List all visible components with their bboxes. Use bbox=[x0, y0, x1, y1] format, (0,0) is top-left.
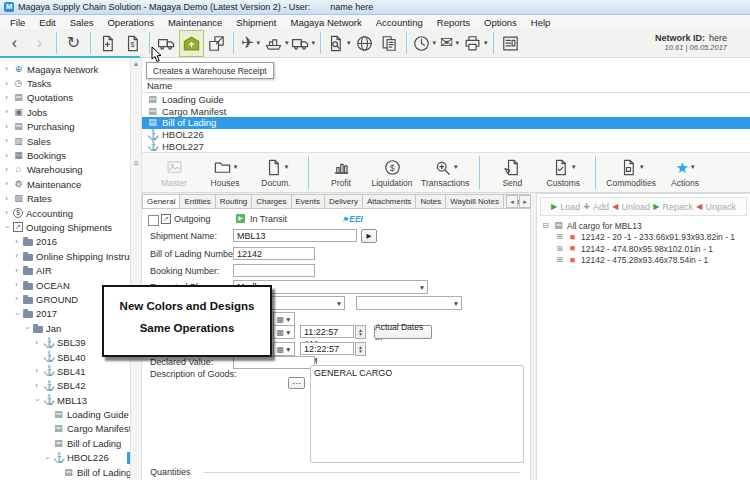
dropdown-caret-icon[interactable]: ▾ bbox=[640, 163, 644, 171]
liquidation-button[interactable]: $Liquidation bbox=[370, 154, 414, 191]
sidebar-item-online-shipping-instructions[interactable]: ›Online Shipping Instructions bbox=[0, 249, 130, 263]
dropdown-caret-icon[interactable]: ▾ bbox=[691, 163, 695, 171]
scrollbar-up-icon[interactable]: ▲ bbox=[131, 58, 141, 67]
actual-dates-button[interactable]: Actual Dates ... bbox=[374, 325, 432, 339]
cargo-item-row[interactable]: ⊞■12142 - 475.28x93.46x78.54in - 1 bbox=[555, 255, 748, 267]
name-column-header[interactable]: Name bbox=[142, 78, 750, 93]
collapse-box-icon[interactable]: ⊟ bbox=[541, 222, 550, 230]
dropdown-caret-icon[interactable]: ▾ bbox=[484, 39, 488, 47]
sidebar-item-bookings[interactable]: ›▦Bookings bbox=[0, 148, 130, 162]
splitter-handle-icon[interactable]: ≡ bbox=[131, 158, 141, 168]
expand-box-icon[interactable]: ⊞ bbox=[555, 256, 564, 264]
sidebar-item-rates[interactable]: ›▨Rates bbox=[0, 192, 130, 206]
document-row-hbol226[interactable]: ⚓HBOL226 bbox=[142, 129, 750, 141]
sidebar-item-mbl13[interactable]: ›⚓MBL13 bbox=[0, 393, 130, 407]
tab-delivery[interactable]: Delivery bbox=[324, 194, 363, 208]
sidebar-item-cargo-manifest[interactable]: ▤Cargo Manifest bbox=[0, 422, 130, 436]
expand-box-icon[interactable]: ⊞ bbox=[555, 233, 564, 241]
warehouse-receipt-button[interactable] bbox=[179, 30, 204, 57]
chevron-collapsed-icon[interactable]: › bbox=[13, 238, 20, 246]
dropdown-caret-icon[interactable]: ▾ bbox=[572, 163, 576, 171]
sidebar-item-2016[interactable]: ›2016 bbox=[0, 235, 130, 249]
cargo-root-row[interactable]: ⊟▤All cargo for MBL13 bbox=[541, 220, 748, 232]
menu-maintenance[interactable]: Maintenance bbox=[161, 17, 229, 28]
document-row-bill-of-lading[interactable]: ▤Bill of Lading bbox=[142, 117, 750, 129]
chevron-collapsed-icon[interactable]: › bbox=[3, 108, 10, 116]
actions-button[interactable]: ★▾Actions bbox=[663, 154, 707, 191]
chevron-expanded-icon[interactable]: › bbox=[33, 397, 41, 404]
menu-options[interactable]: Options bbox=[477, 17, 524, 28]
profit-button[interactable]: Profit bbox=[319, 154, 363, 191]
new-warehouse-receipt-doc-button[interactable] bbox=[95, 30, 120, 57]
chevron-collapsed-icon[interactable]: › bbox=[33, 339, 40, 347]
sidebar-item-purchasing[interactable]: ›▤Purchasing bbox=[0, 120, 130, 134]
dropdown-caret-icon[interactable]: ▾ bbox=[285, 39, 289, 47]
sidebar-item-bill-of-lading[interactable]: ▤Bill of Lading bbox=[0, 465, 130, 479]
back-button[interactable]: ‹ bbox=[2, 30, 27, 57]
notes-button[interactable] bbox=[377, 30, 402, 57]
sidebar-item-magaya-network[interactable]: ›⊕Magaya Network bbox=[0, 62, 130, 76]
chevron-collapsed-icon[interactable]: › bbox=[13, 295, 20, 303]
sidebar-item-jobs[interactable]: ›▣Jobs bbox=[0, 105, 130, 119]
chevron-collapsed-icon[interactable]: › bbox=[3, 94, 10, 102]
dropdown-caret-icon[interactable]: ▾ bbox=[312, 39, 316, 47]
dropdown-caret-icon[interactable]: ▾ bbox=[234, 163, 238, 171]
send-email-button[interactable]: ✉▾ bbox=[437, 30, 462, 57]
ocean-shipment-button[interactable]: ▾ bbox=[263, 30, 290, 57]
menu-magaya-network[interactable]: Magaya Network bbox=[283, 17, 368, 28]
menu-file[interactable]: File bbox=[3, 17, 32, 28]
shipment-name-input[interactable] bbox=[233, 229, 357, 242]
tab-scroll-left-icon[interactable]: ◂ bbox=[506, 195, 518, 208]
dropdown-caret-icon[interactable]: ▾ bbox=[456, 39, 460, 47]
document-row-cargo-manifest[interactable]: ▤Cargo Manifest bbox=[142, 106, 750, 118]
master-button[interactable]: Master bbox=[152, 154, 196, 191]
menu-shipment[interactable]: Shipment bbox=[229, 17, 283, 28]
sidebar-item-sales[interactable]: ›▥Sales bbox=[0, 134, 130, 148]
dropdown-caret-icon[interactable]: ▾ bbox=[256, 39, 260, 47]
forward-button[interactable]: › bbox=[27, 30, 52, 57]
chevron-collapsed-icon[interactable]: › bbox=[13, 252, 20, 260]
tab-general[interactable]: General bbox=[142, 194, 180, 208]
customs-button[interactable]: ▾Customs bbox=[541, 154, 585, 191]
spinner-down-icon[interactable]: ▼ bbox=[358, 332, 363, 336]
air-shipment-button[interactable]: ✈▾ bbox=[238, 30, 263, 57]
dropdown-caret-icon[interactable]: ▾ bbox=[433, 39, 437, 47]
tab-routing[interactable]: Routing bbox=[215, 194, 253, 208]
tab-scroll-right-icon[interactable]: ▸ bbox=[519, 195, 531, 208]
sidebar-item-maintenance[interactable]: ›⚙Maintenance bbox=[0, 177, 130, 191]
tab-notes[interactable]: Notes bbox=[415, 194, 446, 208]
magaya-network-button[interactable] bbox=[352, 30, 377, 57]
secondary-combo[interactable]: ▼ bbox=[356, 296, 462, 310]
tab-events[interactable]: Events bbox=[291, 194, 325, 208]
sidebar-item-quotations[interactable]: ›▤Quotations bbox=[0, 91, 130, 105]
document-row-hbol227[interactable]: ⚓HBOL227 bbox=[142, 140, 750, 152]
chevron-collapsed-icon[interactable]: › bbox=[33, 382, 40, 390]
ground-shipment-button[interactable]: ▾ bbox=[290, 30, 317, 57]
chevron-collapsed-icon[interactable]: › bbox=[3, 195, 10, 203]
cargo-item-row[interactable]: ⊞■12142 - 474.80x95.98x102.01in - 1 bbox=[555, 243, 748, 255]
commodities-button[interactable]: ▾Commodities bbox=[606, 154, 656, 191]
menu-accounting[interactable]: Accounting bbox=[369, 17, 430, 28]
houses-button[interactable]: ▾Houses bbox=[203, 154, 247, 191]
sidebar-item-sbl42[interactable]: ›⚓SBL42 bbox=[0, 379, 130, 393]
sidebar-item-hbol226[interactable]: ›⚓HBOL226 bbox=[0, 451, 130, 465]
menu-sales[interactable]: Sales bbox=[63, 17, 101, 28]
sidebar-item-sbl41[interactable]: ›⚓SBL41 bbox=[0, 364, 130, 378]
find-document-button[interactable]: ▾ bbox=[325, 30, 352, 57]
forms-button[interactable] bbox=[498, 30, 523, 57]
tab-attachments[interactable]: Attachments bbox=[362, 194, 416, 208]
sidebar-item-outgoing-shipments[interactable]: ›↗Outgoing Shipments bbox=[0, 220, 130, 234]
chevron-collapsed-icon[interactable]: › bbox=[3, 137, 10, 145]
booking-number-input[interactable] bbox=[233, 264, 315, 277]
chevron-collapsed-icon[interactable]: › bbox=[3, 152, 10, 160]
dropdown-caret-icon[interactable]: ▾ bbox=[454, 163, 458, 171]
dropdown-caret-icon[interactable]: ▾ bbox=[347, 39, 351, 47]
dropdown-caret-icon[interactable]: ▾ bbox=[285, 163, 289, 171]
chevron-collapsed-icon[interactable]: › bbox=[3, 166, 10, 174]
chevron-collapsed-icon[interactable]: › bbox=[3, 180, 10, 188]
chevron-expanded-icon[interactable]: › bbox=[3, 224, 11, 231]
arrival-date-picker[interactable]: ▦▼ bbox=[273, 342, 295, 356]
spinner-down-icon[interactable]: ▼ bbox=[358, 349, 363, 353]
menu-reports[interactable]: Reports bbox=[430, 17, 477, 28]
chevron-collapsed-icon[interactable]: › bbox=[3, 123, 10, 131]
